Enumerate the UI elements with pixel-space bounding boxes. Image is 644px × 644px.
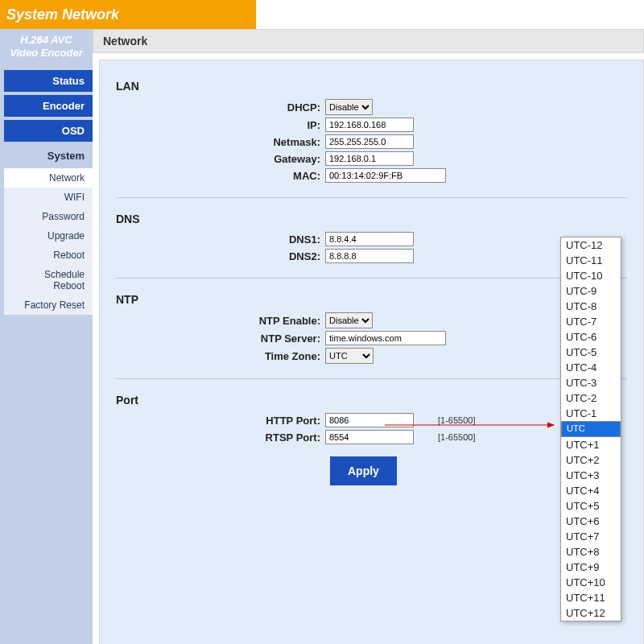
tz-option[interactable]: UTC-1 (561, 406, 621, 421)
product-logo: H.264 AVC Video Encoder (0, 29, 93, 68)
tz-option[interactable]: UTC-7 (561, 314, 621, 329)
tz-option[interactable]: UTC-3 (561, 375, 621, 390)
sidebar-item-system[interactable]: System (4, 145, 93, 167)
page-title: Network (93, 29, 644, 53)
netmask-label: Netmask: (116, 136, 325, 148)
dns1-input[interactable] (325, 232, 414, 246)
tz-option[interactable]: UTC+5 (561, 498, 621, 514)
sidebar-item-wifi[interactable]: WIFI (4, 188, 93, 207)
rtsp-port-input[interactable] (325, 430, 414, 444)
divider (116, 278, 627, 279)
gateway-input[interactable] (325, 151, 414, 166)
tz-option[interactable]: UTC (561, 421, 621, 437)
tz-option[interactable]: UTC-6 (561, 329, 621, 345)
tz-label: Time Zone: (116, 350, 325, 362)
sidebar-item-password[interactable]: Password (4, 207, 93, 226)
dhcp-select[interactable]: Disable (325, 99, 373, 115)
tz-option[interactable]: UTC+11 (561, 590, 621, 605)
sidebar-item-status[interactable]: Status (4, 70, 93, 92)
dns1-label: DNS1: (116, 233, 325, 246)
tz-select[interactable]: UTC (325, 348, 374, 364)
tz-option[interactable]: UTC+10 (561, 575, 621, 590)
mac-label: MAC: (116, 170, 325, 182)
sidebar-submenu: Network WIFI Password Upgrade Reboot Sch… (4, 168, 93, 315)
rtsp-port-label: RTSP Port: (116, 431, 325, 444)
rtsp-port-hint: [1-65500] (438, 432, 475, 442)
tz-option[interactable]: UTC+12 (561, 605, 621, 621)
tz-option[interactable]: UTC+2 (561, 452, 621, 468)
mac-input[interactable] (325, 168, 446, 183)
tz-option[interactable]: UTC+8 (561, 544, 621, 559)
tz-option[interactable]: UTC-12 (561, 237, 621, 253)
sidebar-item-reboot[interactable]: Reboot (4, 246, 93, 265)
section-port: Port (116, 394, 627, 407)
http-port-input[interactable] (325, 413, 414, 427)
tz-option[interactable]: UTC+6 (561, 514, 621, 529)
sidebar: H.264 AVC Video Encoder Status Encoder O… (0, 29, 93, 644)
logo-line2: Video Encoder (3, 47, 89, 60)
tz-option[interactable]: UTC-11 (561, 253, 621, 268)
sidebar-item-schedule-reboot[interactable]: Schedule Reboot (4, 265, 93, 295)
topbar: System Network (0, 0, 256, 29)
sidebar-item-upgrade[interactable]: Upgrade (4, 226, 93, 246)
dns2-input[interactable] (325, 249, 414, 263)
tz-option[interactable]: UTC-8 (561, 299, 621, 314)
tz-option[interactable]: UTC-4 (561, 360, 621, 375)
tz-dropdown[interactable]: UTC-12UTC-11UTC-10UTC-9UTC-8UTC-7UTC-6UT… (560, 237, 621, 621)
logo-line1: H.264 AVC (3, 34, 89, 47)
ip-input[interactable] (325, 118, 414, 132)
tz-option[interactable]: UTC-2 (561, 390, 621, 406)
divider (116, 378, 627, 379)
section-dns: DNS (116, 213, 627, 225)
section-ntp: NTP (116, 293, 627, 306)
sidebar-item-network[interactable]: Network (4, 168, 93, 188)
ntp-enable-select[interactable]: Disable (325, 312, 373, 328)
http-port-label: HTTP Port: (116, 415, 325, 427)
tz-option[interactable]: UTC+3 (561, 468, 621, 483)
section-lan: LAN (116, 80, 627, 93)
sidebar-item-factory-reset[interactable]: Factory Reset (4, 295, 93, 315)
netmask-input[interactable] (325, 134, 414, 149)
dhcp-label: DHCP: (116, 101, 325, 114)
ntp-enable-label: NTP Enable: (116, 315, 325, 327)
tz-option[interactable]: UTC+1 (561, 437, 621, 452)
sidebar-item-encoder[interactable]: Encoder (4, 95, 93, 117)
tz-option[interactable]: UTC-10 (561, 268, 621, 283)
tz-option[interactable]: UTC+4 (561, 483, 621, 498)
tz-option[interactable]: UTC-9 (561, 283, 621, 299)
apply-button[interactable]: Apply (330, 456, 397, 485)
tz-option[interactable]: UTC-5 (561, 345, 621, 360)
tz-option[interactable]: UTC+7 (561, 529, 621, 544)
dns2-label: DNS2: (116, 250, 325, 262)
sidebar-item-osd[interactable]: OSD (4, 120, 93, 142)
http-port-hint: [1-65500] (438, 415, 475, 425)
divider (116, 197, 627, 198)
ntp-server-label: NTP Server: (116, 332, 325, 345)
gateway-label: Gateway: (116, 153, 325, 165)
tz-option[interactable]: UTC+9 (561, 559, 621, 575)
ip-label: IP: (116, 119, 325, 131)
topbar-title: System Network (6, 6, 119, 23)
ntp-server-input[interactable] (325, 331, 446, 345)
